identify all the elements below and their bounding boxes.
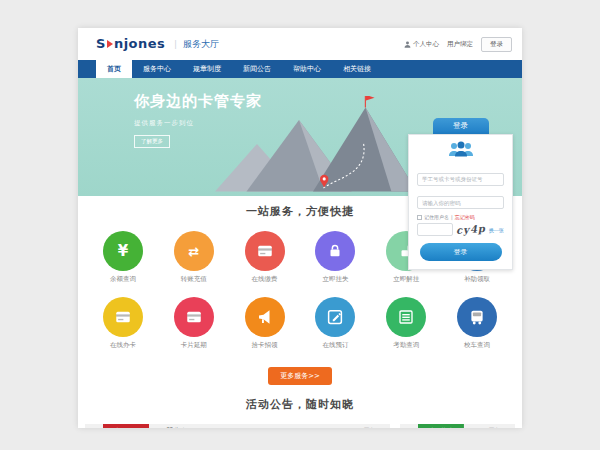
personal-center-link[interactable]: 个人中心 xyxy=(404,40,439,49)
service-label: 余额查询 xyxy=(94,275,152,284)
forgot-password-link[interactable]: 忘记密码 xyxy=(455,214,475,220)
services-row-2: 在线办卡卡片延期拾卡招领在线预订考勤查询校车查询 xyxy=(78,297,522,350)
service-item-在线办卡[interactable]: 在线办卡 xyxy=(94,297,152,350)
logo-arrow-icon xyxy=(107,40,113,48)
nav-item-服务中心[interactable]: 服务中心 xyxy=(132,60,182,78)
lock-icon xyxy=(315,231,355,271)
login-tab[interactable]: 登录 xyxy=(433,118,489,134)
logo-text-suffix: njones xyxy=(114,36,165,51)
ribbon-tab-使用须知[interactable]: 使用须知 xyxy=(103,424,149,428)
more-link[interactable]: 更多>> xyxy=(364,427,384,428)
hero-subtitle: 提供服务一步到位 xyxy=(134,119,262,128)
remember-divider: | xyxy=(451,214,453,220)
service-item-转账充值[interactable]: ⇄转账充值 xyxy=(165,231,223,284)
announcement-column-1: 使用须知最新公告更多>> xyxy=(85,424,390,428)
hero-cta-button[interactable]: 了解更多 xyxy=(134,135,170,148)
user-binding-link[interactable]: 用户绑定 xyxy=(447,40,473,49)
card-icon xyxy=(245,231,285,271)
hero-title: 你身边的卡管专家 xyxy=(134,92,262,111)
logo-text-prefix: S xyxy=(96,36,106,51)
nav-item-新闻公告[interactable]: 新闻公告 xyxy=(232,60,282,78)
service-label: 立即解挂 xyxy=(377,275,435,284)
service-item-拾卡招领[interactable]: 拾卡招领 xyxy=(236,297,294,350)
yen-icon: ¥ xyxy=(103,231,143,271)
card-icon xyxy=(174,297,214,337)
announcement-column-2: 使用指南更多>> xyxy=(400,424,515,428)
service-item-卡片延期[interactable]: 卡片延期 xyxy=(165,297,223,350)
personal-center-label: 个人中心 xyxy=(413,40,439,49)
users-group-icon xyxy=(417,141,504,161)
tab-最新公告[interactable]: 最新公告 xyxy=(159,426,187,429)
user-binding-label: 用户绑定 xyxy=(447,40,473,49)
service-item-在线缴费[interactable]: 在线缴费 xyxy=(236,231,294,284)
service-label: 拾卡招领 xyxy=(236,341,294,350)
service-item-在线预订[interactable]: 在线预订 xyxy=(306,297,364,350)
megaphone-icon xyxy=(245,297,285,337)
nav-item-规章制度[interactable]: 规章制度 xyxy=(182,60,232,78)
service-label: 转账充值 xyxy=(165,275,223,284)
login-panel: 登录 记住用户名 | 忘记密码 xyxy=(408,118,513,270)
header-login-button[interactable]: 登录 xyxy=(481,37,512,52)
service-item-立即挂失[interactable]: 立即挂失 xyxy=(306,231,364,284)
bus-icon xyxy=(457,297,497,337)
ribbon-tab-使用指南[interactable]: 使用指南 xyxy=(418,424,464,428)
nav-item-相关链接[interactable]: 相关链接 xyxy=(332,60,382,78)
more-link[interactable]: 更多>> xyxy=(489,427,509,428)
service-label: 补助领取 xyxy=(448,275,506,284)
remember-row: 记住用户名 | 忘记密码 xyxy=(417,214,504,220)
captcha-row: cy4p 换一张 xyxy=(417,223,504,236)
password-input[interactable] xyxy=(417,196,504,209)
hero-text: 你身边的卡管专家 提供服务一步到位 了解更多 xyxy=(134,92,262,148)
service-label: 校车查询 xyxy=(448,341,506,350)
list-icon xyxy=(386,297,426,337)
captcha-image[interactable]: cy4p xyxy=(456,223,487,236)
service-label: 在线办卡 xyxy=(94,341,152,350)
page: Snjones | 服务大厅 个人中心 用户绑定 登录 首页服务中心规章制度新闻… xyxy=(78,28,522,428)
service-label: 考勤查询 xyxy=(377,341,435,350)
edit-icon xyxy=(315,297,355,337)
service-label: 卡片延期 xyxy=(165,341,223,350)
top-header: Snjones | 服务大厅 个人中心 用户绑定 登录 xyxy=(78,28,522,60)
nav-item-帮助中心[interactable]: 帮助中心 xyxy=(282,60,332,78)
captcha-refresh-link[interactable]: 换一张 xyxy=(489,227,504,233)
service-label: 在线缴费 xyxy=(236,275,294,284)
transfer-icon: ⇄ xyxy=(174,231,214,271)
main-nav: 首页服务中心规章制度新闻公告帮助中心相关链接 xyxy=(78,60,522,78)
header-right: 个人中心 用户绑定 登录 xyxy=(404,37,512,52)
card-icon xyxy=(103,297,143,337)
service-item-校车查询[interactable]: 校车查询 xyxy=(448,297,506,350)
nav-item-首页[interactable]: 首页 xyxy=(96,60,132,78)
announcements-title: 活动公告，随时知晓 xyxy=(78,397,522,412)
hero-banner: 你身边的卡管专家 提供服务一步到位 了解更多 登录 记住用户名 xyxy=(78,78,522,196)
service-item-余额查询[interactable]: ¥余额查询 xyxy=(94,231,152,284)
service-label: 立即挂失 xyxy=(306,275,364,284)
logo-divider: | xyxy=(174,39,177,49)
remember-label: 记住用户名 xyxy=(424,214,449,220)
remember-checkbox[interactable] xyxy=(417,215,422,220)
service-item-考勤查询[interactable]: 考勤查询 xyxy=(377,297,435,350)
service-label: 在线预订 xyxy=(306,341,364,350)
login-form: 记住用户名 | 忘记密码 cy4p 换一张 登录 xyxy=(408,134,513,270)
portal-name: 服务大厅 xyxy=(183,38,219,51)
captcha-input[interactable] xyxy=(417,223,453,236)
more-services-button[interactable]: 更多服务>> xyxy=(268,367,332,385)
logo[interactable]: Snjones xyxy=(96,36,165,51)
user-icon xyxy=(404,41,411,48)
login-submit-button[interactable]: 登录 xyxy=(420,243,502,261)
username-input[interactable] xyxy=(417,173,504,186)
announcements-section: 活动公告，随时知晓 使用须知最新公告更多>>使用指南更多>> xyxy=(78,385,522,428)
announcement-columns: 使用须知最新公告更多>>使用指南更多>> xyxy=(78,424,522,428)
